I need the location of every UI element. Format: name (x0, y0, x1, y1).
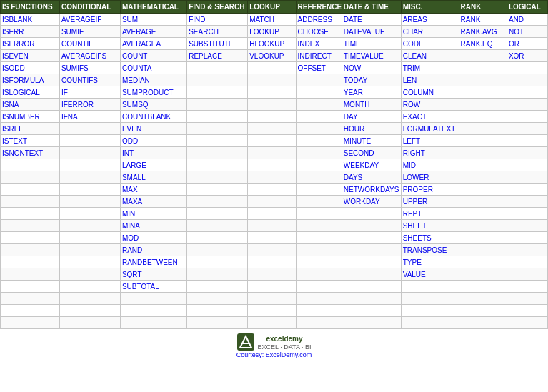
function-link[interactable]: MATCH (249, 16, 274, 24)
function-link[interactable]: ISNONTEXT (2, 149, 43, 157)
function-link[interactable]: ISNUMBER (2, 113, 40, 121)
table-cell[interactable]: SUM (120, 14, 186, 26)
table-cell[interactable]: SECOND (342, 147, 401, 159)
table-cell[interactable]: CLEAN (401, 50, 459, 62)
table-cell[interactable]: HOUR (342, 123, 401, 135)
table-cell[interactable]: LOOKUP (248, 26, 296, 38)
function-link[interactable]: MOD (122, 234, 139, 242)
function-link[interactable]: WEEKDAY (344, 161, 379, 169)
function-link[interactable]: DAY (344, 113, 358, 121)
function-link[interactable]: HOUR (344, 125, 364, 133)
function-link[interactable]: CODE (403, 40, 424, 48)
table-cell[interactable]: LARGE (120, 159, 186, 171)
table-cell[interactable]: COUNTIFS (59, 74, 120, 86)
function-link[interactable]: ISREF (2, 125, 23, 133)
function-link[interactable]: AVERAGE (122, 28, 156, 36)
table-cell[interactable]: LEFT (401, 135, 459, 147)
function-link[interactable]: AVERAGEIFS (61, 52, 106, 60)
table-cell[interactable]: ISBLANK (1, 14, 60, 26)
function-link[interactable]: ODD (122, 137, 138, 145)
table-cell[interactable]: ISLOGICAL (1, 86, 60, 99)
table-cell[interactable]: DAYS (342, 171, 401, 184)
function-link[interactable]: TYPE (403, 258, 422, 266)
function-link[interactable]: PROPER (403, 186, 433, 194)
table-cell[interactable]: ADDRESS (296, 14, 342, 26)
table-cell[interactable]: DAY (342, 111, 401, 123)
function-link[interactable]: RANK.EQ (461, 40, 493, 48)
table-cell[interactable]: MEDIAN (120, 74, 186, 86)
function-link[interactable]: TRIM (403, 64, 420, 72)
function-link[interactable]: ISERROR (2, 40, 35, 48)
function-link[interactable]: SUMPRODUCT (122, 89, 174, 96)
function-link[interactable]: NOT (509, 28, 524, 36)
function-link[interactable]: RANDBETWEEN (122, 258, 178, 266)
table-cell[interactable]: INDIRECT (296, 50, 342, 62)
function-link[interactable]: LARGE (122, 161, 146, 169)
table-cell[interactable]: AND (507, 14, 547, 26)
function-link[interactable]: ISFORMULA (2, 76, 44, 84)
function-link[interactable]: OFFSET (298, 64, 326, 72)
table-cell[interactable]: INDEX (296, 38, 342, 50)
function-link[interactable]: SUBSTITUTE (189, 40, 233, 48)
table-cell[interactable]: DATE (342, 14, 401, 26)
function-link[interactable]: NOW (344, 64, 361, 72)
table-cell[interactable]: LOWER (401, 171, 459, 184)
table-cell[interactable]: FIND (187, 14, 248, 26)
function-link[interactable]: REPLACE (189, 52, 222, 60)
table-cell[interactable]: ISNONTEXT (1, 147, 60, 159)
table-cell[interactable]: OFFSET (296, 62, 342, 74)
function-link[interactable]: WORKDAY (344, 198, 380, 206)
table-cell[interactable]: EVEN (120, 123, 186, 135)
table-cell[interactable]: PROPER (401, 184, 459, 196)
table-cell[interactable]: ISERROR (1, 38, 60, 50)
function-link[interactable]: CLEAN (403, 52, 427, 60)
function-link[interactable]: LEN (403, 76, 417, 84)
function-link[interactable]: DAYS (344, 174, 363, 181)
table-cell[interactable]: CODE (401, 38, 459, 50)
function-link[interactable]: ISERR (2, 28, 24, 36)
table-cell[interactable]: RANK (459, 14, 507, 26)
table-cell[interactable]: UPPER (401, 196, 459, 208)
table-cell[interactable]: MAX (120, 184, 186, 196)
table-cell[interactable]: AVERAGE (120, 26, 186, 38)
table-cell[interactable]: TIMEVALUE (342, 50, 401, 62)
table-cell[interactable]: ISNUMBER (1, 111, 60, 123)
function-link[interactable]: MINUTE (344, 137, 371, 145)
function-link[interactable]: SMALL (122, 174, 146, 181)
function-link[interactable]: EVEN (122, 125, 141, 133)
table-cell[interactable]: MINUTE (342, 135, 401, 147)
function-link[interactable]: NETWORKDAYS (344, 186, 399, 194)
table-cell[interactable]: TYPE (401, 256, 459, 268)
table-cell[interactable]: IFNA (59, 111, 120, 123)
function-link[interactable]: IF (61, 89, 68, 96)
table-cell[interactable]: TRANSPOSE (401, 244, 459, 256)
function-link[interactable]: SUMIFS (61, 64, 89, 72)
table-cell[interactable]: MONTH (342, 99, 401, 111)
function-link[interactable]: INDIRECT (298, 52, 332, 60)
table-cell[interactable]: ISODD (1, 62, 60, 74)
function-link[interactable]: MIN (122, 210, 135, 218)
table-cell[interactable]: WEEKDAY (342, 159, 401, 171)
function-link[interactable]: UPPER (403, 198, 427, 206)
table-cell[interactable]: VLOOKUP (248, 50, 296, 62)
function-link[interactable]: LEFT (403, 137, 420, 145)
function-link[interactable]: SUM (122, 16, 138, 24)
function-link[interactable]: AVERAGEA (122, 40, 161, 48)
function-link[interactable]: MONTH (344, 101, 370, 109)
function-link[interactable]: RIGHT (403, 149, 425, 157)
table-cell[interactable]: NOW (342, 62, 401, 74)
table-cell[interactable]: MOD (120, 232, 186, 244)
function-link[interactable]: AREAS (403, 16, 427, 24)
table-cell[interactable]: INT (120, 147, 186, 159)
table-cell[interactable]: RIGHT (401, 147, 459, 159)
table-cell[interactable]: SEARCH (187, 26, 248, 38)
table-cell[interactable]: DATEVALUE (342, 26, 401, 38)
table-cell[interactable]: AVERAGEA (120, 38, 186, 50)
table-cell[interactable]: COUNT (120, 50, 186, 62)
function-link[interactable]: ISNA (2, 101, 19, 109)
table-cell[interactable]: REPLACE (187, 50, 248, 62)
function-link[interactable]: YEAR (344, 89, 363, 96)
table-cell[interactable]: TRIM (401, 62, 459, 74)
table-cell[interactable]: ISFORMULA (1, 74, 60, 86)
table-cell[interactable]: RANK.EQ (459, 38, 507, 50)
